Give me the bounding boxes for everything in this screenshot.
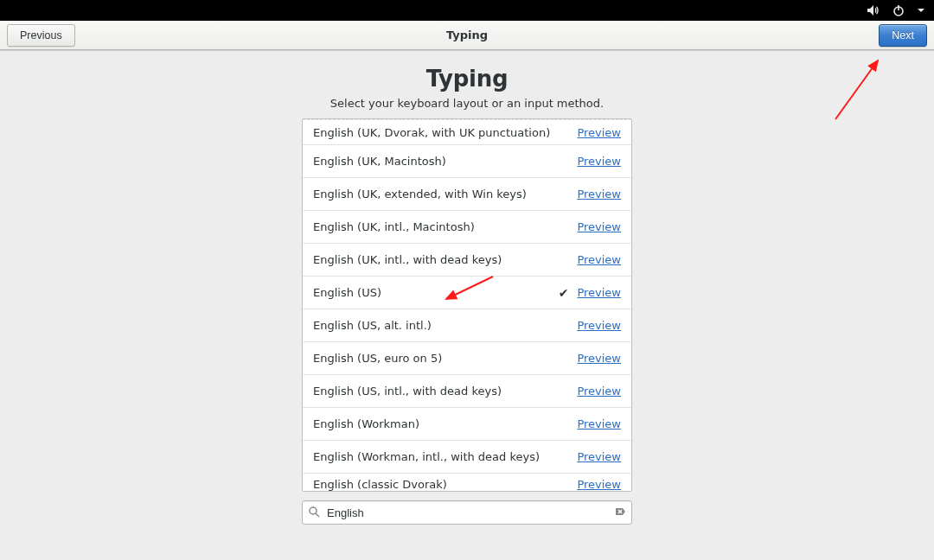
preview-link[interactable]: Preview [577, 417, 621, 430]
header-title: Typing [0, 29, 934, 41]
layout-row[interactable]: English (US)✔Preview [303, 277, 631, 309]
clear-search-icon[interactable] [614, 505, 626, 521]
preview-link[interactable]: Preview [577, 319, 621, 332]
check-icon: ✔ [559, 286, 569, 300]
layout-label: English (US, alt. intl.) [313, 319, 577, 332]
layout-label: English (UK, Dvorak, with UK punctuation… [313, 126, 577, 139]
layout-row[interactable]: English (US, alt. intl.)Preview [303, 309, 631, 342]
preview-link[interactable]: Preview [577, 385, 621, 398]
system-top-bar [0, 0, 934, 21]
layout-label: English (Workman) [313, 417, 577, 430]
search-input[interactable] [325, 506, 614, 520]
layout-label: English (US) [313, 286, 559, 299]
layout-label: English (UK, intl., Macintosh) [313, 220, 577, 233]
keyboard-layout-list[interactable]: English (UK, Dvorak, with UK punctuation… [302, 118, 632, 492]
preview-link[interactable]: Preview [577, 155, 621, 168]
volume-icon[interactable] [867, 4, 880, 16]
layout-row[interactable]: English (US, intl., with dead keys)Previ… [303, 375, 631, 408]
preview-link[interactable]: Preview [577, 188, 621, 200]
layout-label: English (US, euro on 5) [313, 352, 577, 365]
layout-row[interactable]: English (UK, extended, with Win keys)Pre… [303, 178, 631, 211]
layout-label: English (US, intl., with dead keys) [313, 385, 577, 398]
layout-row[interactable]: English (UK, intl., with dead keys)Previ… [303, 244, 631, 277]
search-icon [308, 505, 320, 521]
previous-button[interactable]: Previous [7, 24, 75, 47]
system-tray [867, 4, 925, 16]
page-subtitle: Select your keyboard layout or an input … [330, 97, 604, 110]
layout-row[interactable]: English (Workman, intl., with dead keys)… [303, 441, 631, 474]
layout-row[interactable]: English (UK, intl., Macintosh)Preview [303, 211, 631, 244]
layout-row[interactable]: English (classic Dvorak)Preview [303, 474, 631, 492]
layout-row[interactable]: English (US, euro on 5)Preview [303, 342, 631, 375]
main-content: Typing Select your keyboard layout or an… [0, 50, 934, 525]
next-button[interactable]: Next [879, 24, 927, 47]
preview-link[interactable]: Preview [577, 286, 621, 299]
layout-row[interactable]: English (Workman)Preview [303, 408, 631, 441]
layout-row[interactable]: English (UK, Dvorak, with UK punctuation… [303, 119, 631, 145]
power-icon[interactable] [892, 4, 905, 16]
preview-link[interactable]: Preview [577, 126, 621, 139]
preview-link[interactable]: Preview [577, 253, 621, 266]
layout-label: English (classic Dvorak) [313, 478, 577, 491]
svg-line-3 [316, 513, 319, 517]
layout-row[interactable]: English (UK, Macintosh)Preview [303, 145, 631, 178]
layout-label: English (UK, intl., with dead keys) [313, 253, 577, 266]
preview-link[interactable]: Preview [577, 352, 621, 365]
page-title: Typing [426, 66, 508, 92]
chevron-down-icon[interactable] [917, 6, 925, 15]
header-bar: Previous Typing Next [0, 21, 934, 50]
layout-label: English (UK, extended, with Win keys) [313, 188, 577, 200]
preview-link[interactable]: Preview [577, 450, 621, 463]
preview-link[interactable]: Preview [577, 220, 621, 233]
layout-label: English (UK, Macintosh) [313, 155, 577, 168]
search-field[interactable] [302, 500, 632, 525]
svg-point-2 [310, 507, 317, 514]
layout-label: English (Workman, intl., with dead keys) [313, 450, 577, 463]
preview-link[interactable]: Preview [577, 478, 621, 491]
